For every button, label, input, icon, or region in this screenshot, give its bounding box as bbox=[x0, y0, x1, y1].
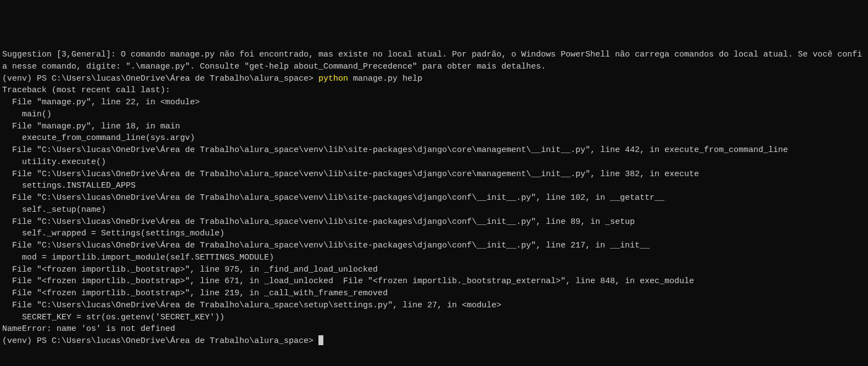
suggestion-message: Suggestion [3,General]: O comando manage… bbox=[2, 49, 866, 73]
traceback-line: File "C:\Users\lucas\OneDrive\Área de Tr… bbox=[2, 240, 866, 252]
traceback-line: File "C:\Users\lucas\OneDrive\Área de Tr… bbox=[2, 144, 866, 156]
traceback-line: File "manage.py", line 22, in <module> bbox=[2, 97, 866, 109]
traceback-line: SECRET_KEY = str(os.getenv('SECRET_KEY')… bbox=[2, 312, 866, 324]
command-rest: manage.py help bbox=[348, 74, 422, 83]
traceback-line: File "C:\Users\lucas\OneDrive\Área de Tr… bbox=[2, 168, 866, 181]
traceback-line: File "C:\Users\lucas\OneDrive\Área de Tr… bbox=[2, 300, 866, 312]
traceback-line: File "<frozen importlib._bootstrap>", li… bbox=[2, 275, 866, 288]
traceback-line: File "<frozen importlib._bootstrap>", li… bbox=[2, 288, 866, 300]
traceback-line: Traceback (most recent call last): bbox=[2, 85, 866, 97]
traceback-line: File "<frozen importlib._bootstrap>", li… bbox=[2, 264, 866, 276]
prompt-prefix: (venv) PS C:\Users\lucas\OneDrive\Área d… bbox=[2, 74, 318, 83]
prompt-prefix: (venv) PS C:\Users\lucas\OneDrive\Área d… bbox=[2, 336, 318, 346]
traceback-line: main() bbox=[2, 109, 866, 121]
traceback-line: File "manage.py", line 18, in main bbox=[2, 121, 866, 133]
traceback-line: settings.INSTALLED_APPS bbox=[2, 180, 866, 192]
traceback-line: File "C:\Users\lucas\OneDrive\Área de Tr… bbox=[2, 216, 866, 228]
traceback-line: execute_from_command_line(sys.argv) bbox=[2, 132, 866, 144]
cursor-icon bbox=[318, 335, 323, 345]
traceback-line: self._setup(name) bbox=[2, 204, 866, 216]
traceback-line: utility.execute() bbox=[2, 156, 866, 168]
error-line: NameError: name 'os' is not defined bbox=[2, 323, 866, 335]
traceback-line: self._wrapped = Settings(settings_module… bbox=[2, 228, 866, 240]
command-line-1: (venv) PS C:\Users\lucas\OneDrive\Área d… bbox=[2, 73, 866, 85]
command-highlight: python bbox=[318, 74, 348, 83]
traceback-line: mod = importlib.import_module(self.SETTI… bbox=[2, 252, 866, 264]
traceback-line: File "C:\Users\lucas\OneDrive\Área de Tr… bbox=[2, 192, 866, 204]
terminal-output[interactable]: Suggestion [3,General]: O comando manage… bbox=[2, 49, 866, 347]
command-line-2[interactable]: (venv) PS C:\Users\lucas\OneDrive\Área d… bbox=[2, 335, 866, 347]
